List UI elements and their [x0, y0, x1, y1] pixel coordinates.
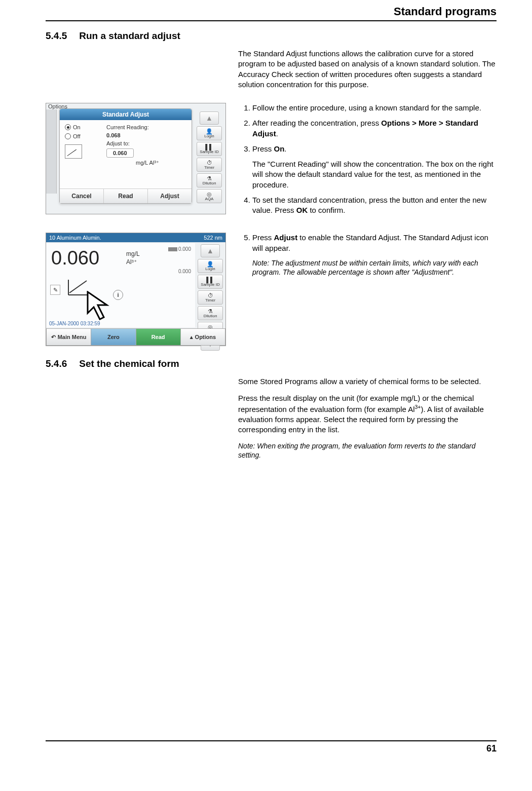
scroll-up-icon[interactable]: ▲	[200, 111, 219, 125]
section-546-heading: 5.4.6 Set the chemical form	[46, 358, 497, 369]
aqa-button[interactable]: ◎AQA	[197, 189, 222, 203]
main-menu-label: Main Menu	[58, 334, 87, 340]
current-reading-label: Current Reading:	[106, 124, 188, 130]
back-icon: ↶	[51, 334, 56, 341]
page-footer: 61	[46, 737, 497, 755]
unit-mgl: mg/L	[126, 250, 140, 258]
svg-marker-0	[88, 292, 107, 319]
dilution-label: Dilution	[203, 181, 216, 185]
step-4-bold: OK	[296, 206, 308, 214]
section-number: 5.4.6	[46, 358, 67, 369]
result-value[interactable]: 0.060	[51, 247, 99, 269]
person-icon: 👤	[206, 129, 213, 134]
options-button[interactable]: ▴Options	[180, 328, 225, 346]
screenshot-standard-adjust-dialog: Options Standard Adjust On Off	[46, 103, 226, 214]
sampleid-button[interactable]: ▌▌Sample ID	[198, 275, 223, 289]
step-2-text-c: .	[276, 129, 278, 138]
radio-on-dot	[65, 124, 71, 130]
target-icon: ◎	[207, 192, 212, 197]
footer-rule	[46, 740, 497, 741]
login-button[interactable]: 👤Login	[198, 259, 223, 273]
adjust-value-button[interactable]: 0.060	[106, 148, 134, 158]
step-5-note: Note: The adjustment must be within cert…	[252, 258, 497, 277]
step-3-bold: On	[274, 144, 285, 153]
current-reading-value: 0.068	[106, 132, 188, 138]
info-icon[interactable]: i	[113, 290, 123, 300]
timer-icon: ⏱	[207, 160, 212, 166]
dilution-label: Dilution	[204, 314, 217, 318]
timer-label: Timer	[204, 166, 214, 170]
program-name: 10 Aluminum Alumin.	[49, 235, 101, 241]
page-number: 61	[46, 743, 497, 754]
result-unit[interactable]: mg/L Al³⁺	[126, 250, 140, 266]
dilution-button[interactable]: ⚗Dilution	[197, 173, 222, 187]
step-5-text-a: Press	[252, 233, 274, 242]
header-rule	[46, 20, 497, 21]
login-label: Login	[205, 267, 215, 271]
login-button[interactable]: 👤Login	[197, 126, 222, 140]
read-button[interactable]: Read	[104, 189, 148, 203]
sampleid-button[interactable]: ▌▌Sample ID	[197, 142, 222, 156]
step-2-text-a: After reading the concentration, press	[252, 119, 381, 127]
sampleid-label: Sample ID	[201, 283, 219, 287]
curve-icon	[65, 144, 82, 159]
timer-label: Timer	[205, 298, 215, 303]
section-546-p2: Press the result display on the unit (fo…	[238, 393, 497, 435]
section-546-p1: Some Stored Programs allow a variety of …	[238, 376, 497, 387]
login-label: Login	[204, 134, 214, 138]
section-545-intro: The Standard Adjust functions allows the…	[238, 49, 497, 90]
upper-indicator: 0.000	[168, 246, 191, 252]
section-number: 5.4.5	[46, 30, 67, 42]
bar-icon	[168, 247, 177, 251]
flask-icon: ⚗	[207, 176, 212, 181]
dilution-button[interactable]: ⚗Dilution	[198, 306, 223, 320]
radio-off-label: Off	[73, 133, 80, 139]
screenshot-result-screen: 10 Aluminum Alumin. 522 nm 0.060 mg/L Al…	[46, 233, 226, 346]
step-5-bold: Adjust	[274, 233, 298, 242]
step-4-text-a: To set the standard concentration, press…	[252, 196, 486, 214]
scroll-up-icon[interactable]: ▲	[201, 244, 220, 257]
step-1: Follow the entire procedure, using a kno…	[252, 103, 497, 113]
step-3-text-a: Press	[252, 144, 274, 153]
barcode-icon: ▌▌	[205, 144, 213, 150]
wavelength: 522 nm	[204, 235, 222, 241]
timer-button[interactable]: ⏱Timer	[197, 158, 222, 172]
step-1-text: Follow the entire procedure, using a kno…	[252, 103, 481, 112]
unit-label: mg/L Al³⁺	[106, 160, 188, 166]
adjust-button[interactable]: Adjust	[148, 189, 192, 203]
edit-icon[interactable]: ✎	[50, 285, 60, 295]
aqa-label: AQA	[205, 197, 214, 201]
radio-on-label: On	[73, 124, 81, 130]
chevron-up-icon: ▴	[190, 334, 193, 341]
step-2: After reading the concentration, press O…	[252, 118, 497, 139]
step-3-after: The "Current Reading" will show the conc…	[252, 159, 497, 190]
radio-off[interactable]: Off	[65, 133, 80, 139]
zero-button[interactable]: Zero	[91, 328, 135, 346]
section-title: Set the chemical form	[79, 358, 179, 369]
radio-off-dot	[65, 133, 71, 139]
step-3: Press On. The "Current Reading" will sho…	[252, 144, 497, 190]
cancel-button[interactable]: Cancel	[60, 189, 104, 203]
lower-indicator: 0.000	[178, 269, 191, 274]
section-title: Run a standard adjust	[79, 30, 180, 42]
upper-val: 0.000	[178, 246, 191, 252]
dialog: Standard Adjust On Off	[59, 108, 192, 204]
dialog-title: Standard Adjust	[60, 109, 192, 120]
radio-on[interactable]: On	[65, 124, 81, 130]
cursor-arrow-icon	[87, 291, 117, 324]
read-button[interactable]: Read	[136, 328, 180, 346]
step-4-text-c: to confirm.	[308, 206, 345, 214]
adjust-to-label: Adjust to:	[106, 140, 188, 146]
chapter-header: Standard programs	[46, 5, 497, 18]
timer-button[interactable]: ⏱Timer	[198, 290, 223, 305]
main-menu-button[interactable]: ↶Main Menu	[46, 328, 91, 346]
options-label: Options	[195, 334, 216, 340]
left-strip	[46, 109, 57, 194]
unit-form: Al³⁺	[126, 258, 140, 267]
sampleid-label: Sample ID	[200, 150, 218, 154]
p2-sup: 3+	[415, 404, 421, 410]
step-5: Press Adjust to enable the Standard Adju…	[252, 233, 497, 253]
section-546-note: Note: When exiting the program, the eval…	[238, 441, 497, 460]
timestamp: 05-JAN-2000 03:32:59	[49, 321, 100, 326]
section-545-heading: 5.4.5 Run a standard adjust	[46, 30, 497, 42]
